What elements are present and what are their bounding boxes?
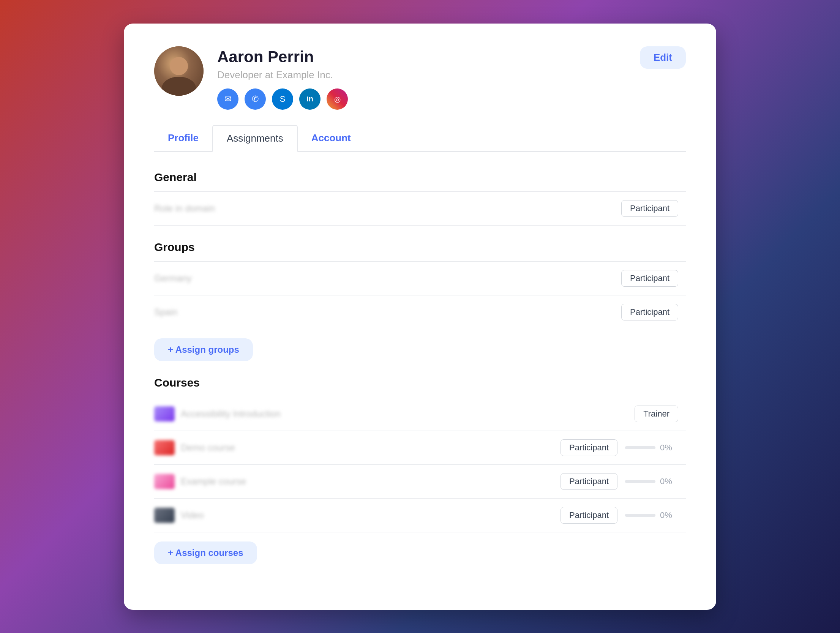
course-thumb-2	[154, 440, 175, 455]
progress-bar	[625, 514, 655, 517]
row-label-course-4: Video	[154, 508, 561, 523]
progress-text: 0%	[660, 477, 672, 486]
course-thumb-3	[154, 474, 175, 489]
assign-courses-button[interactable]: + Assign courses	[154, 541, 257, 564]
profile-card: Edit Aaron Perrin Developer at Example I…	[124, 24, 716, 610]
skype-social-button[interactable]: S	[272, 88, 293, 110]
course-1-badge: Trainer	[635, 406, 678, 422]
tabs-nav: Profile Assignments Account	[154, 125, 686, 152]
progress-text: 0%	[660, 510, 672, 520]
role-badge: Participant	[621, 200, 678, 217]
instagram-social-button[interactable]: ◎	[327, 88, 348, 110]
row-label-course-1: Accessibility Introduction	[154, 406, 635, 421]
profile-info: Aaron Perrin Developer at Example Inc. ✉…	[217, 46, 686, 110]
row-label-germany: Germany	[154, 273, 621, 284]
course-thumb-4	[154, 508, 175, 523]
course-4-badge: Participant	[561, 507, 617, 524]
course-2-badge: Participant	[561, 439, 617, 456]
linkedin-social-button[interactable]: in	[299, 88, 321, 110]
progress-bar	[625, 446, 655, 449]
courses-title: Courses	[154, 376, 686, 389]
row-label-course-2: Demo course	[154, 440, 561, 455]
row-label-spain: Spain	[154, 307, 621, 317]
avatar-container	[154, 46, 204, 96]
row-label-role: Role in domain	[154, 203, 621, 214]
row-label-course-3: Example course	[154, 474, 561, 489]
tab-account[interactable]: Account	[298, 125, 365, 151]
phone-social-button[interactable]: ✆	[245, 88, 266, 110]
groups-title: Groups	[154, 241, 686, 254]
profile-name: Aaron Perrin	[217, 48, 686, 66]
email-social-button[interactable]: ✉	[217, 88, 238, 110]
table-row: Germany Participant	[154, 262, 686, 295]
avatar	[154, 46, 204, 96]
course-4-progress: 0%	[625, 510, 686, 520]
general-title: General	[154, 171, 686, 184]
groups-section: Groups Germany Participant Spain Partici…	[154, 241, 686, 361]
course-2-progress: 0%	[625, 443, 686, 453]
general-section: General Role in domain Participant	[154, 171, 686, 226]
tab-profile[interactable]: Profile	[154, 125, 212, 151]
progress-text: 0%	[660, 443, 672, 453]
spain-badge: Participant	[621, 304, 678, 320]
course-3-progress: 0%	[625, 477, 686, 486]
profile-header: Aaron Perrin Developer at Example Inc. ✉…	[154, 46, 686, 110]
table-row: Example course Participant 0%	[154, 465, 686, 499]
courses-section: Courses Accessibility Introduction Train…	[154, 376, 686, 564]
assign-groups-button[interactable]: + Assign groups	[154, 338, 253, 361]
progress-bar	[625, 480, 655, 483]
table-row: Role in domain Participant	[154, 192, 686, 226]
course-3-badge: Participant	[561, 473, 617, 490]
table-row: Video Participant 0%	[154, 499, 686, 532]
table-row: Spain Participant	[154, 295, 686, 329]
table-row: Accessibility Introduction Trainer	[154, 397, 686, 431]
edit-button[interactable]: Edit	[640, 46, 686, 69]
profile-role: Developer at Example Inc.	[217, 69, 686, 81]
course-thumb-1	[154, 406, 175, 421]
germany-badge: Participant	[621, 270, 678, 287]
table-row: Demo course Participant 0%	[154, 431, 686, 465]
tab-assignments[interactable]: Assignments	[212, 125, 298, 152]
social-icons: ✉ ✆ S in ◎	[217, 88, 686, 110]
